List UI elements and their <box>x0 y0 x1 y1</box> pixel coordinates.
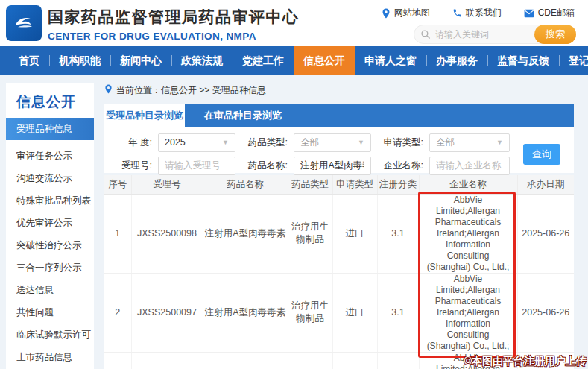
mail-icon <box>524 9 534 18</box>
tab-accepted-catalog[interactable]: 受理品种目录浏览 <box>104 104 185 127</box>
search-button[interactable]: 搜索 <box>534 25 576 44</box>
year-value: 2025 <box>165 137 186 148</box>
drug-type-value: 全部 <box>300 136 319 149</box>
site-subtitle: CENTER FOR DRUG EVALUATION, NMPA <box>48 31 300 42</box>
sidebar-item-three-in-one[interactable]: 三合一序列公示 <box>6 256 94 279</box>
search-bar: 搜索 <box>414 25 576 44</box>
cell-seq: 1 <box>104 194 131 273</box>
apply-type-value: 全部 <box>436 136 455 149</box>
nav-item-supervision[interactable]: 监督与反馈 <box>487 46 559 75</box>
year-select[interactable]: 2025 ▼ <box>158 133 235 152</box>
sidebar-item-marketed-drugs[interactable]: 上市药品信息 <box>6 346 94 368</box>
contact-label: 联系我们 <box>466 7 502 19</box>
swan-logo-icon <box>10 7 38 39</box>
breadcrumb-text: 当前位置：信息公开 >> 受理品种信息 <box>116 84 266 97</box>
tab-under-review-catalog[interactable]: 在审品种目录浏览 <box>185 104 301 127</box>
sidebar-item-breakthrough-therapy[interactable]: 突破性治疗公示 <box>6 234 94 256</box>
cell-acceptance-no: JXSS2500097 <box>131 273 203 352</box>
nav-item-functions[interactable]: 机构职能 <box>49 46 110 75</box>
sidebar-item-common-questions[interactable]: 共性问题 <box>6 301 94 324</box>
sidebar-item-priority-review[interactable]: 优先审评公示 <box>6 212 94 234</box>
col-acceptance-no: 受理号 <box>131 175 203 194</box>
search-icon <box>420 29 431 42</box>
results-table: 序号 受理号 药品名称 药品类型 申请类型 注册分类 企业名称 承办日期 1 J… <box>104 175 574 369</box>
nav-item-policy[interactable]: 政策法规 <box>171 46 233 75</box>
nav-item-party[interactable]: 党建工作 <box>233 46 294 75</box>
breadcrumb: 当前位置：信息公开 >> 受理品种信息 <box>104 83 574 97</box>
col-company: 企业名称 <box>419 175 517 194</box>
page: 国家药品监督管理局药品审评中心 CENTER FOR DRUG EVALUATI… <box>0 0 588 369</box>
phone-icon <box>452 8 462 18</box>
main-nav: 首页 机构职能 新闻中心 政策法规 党建工作 信息公开 申请人之窗 办事服务 监… <box>0 46 588 75</box>
main-content: 当前位置：信息公开 >> 受理品种信息 受理品种目录浏览 在审品种目录浏览 年 … <box>104 79 574 369</box>
col-date: 承办日期 <box>517 175 574 194</box>
header: 国家药品监督管理局药品审评中心 CENTER FOR DRUG EVALUATI… <box>0 0 588 46</box>
chevron-down-icon: ▼ <box>496 139 503 146</box>
apply-type-label: 申请类型: <box>371 136 429 149</box>
cell-reg-class: 3.1 <box>377 352 419 369</box>
header-links: 网站地图 联系我们 CDE邮箱 <box>382 7 575 19</box>
mail-link[interactable]: CDE邮箱 <box>524 7 575 19</box>
col-reg-class: 注册分类 <box>377 175 419 194</box>
sitemap-link[interactable]: 网站地图 <box>382 7 430 19</box>
drug-name-input[interactable] <box>294 157 371 175</box>
col-seq: 序号 <box>104 175 131 194</box>
breadcrumb-pin-icon <box>104 84 113 96</box>
contact-link[interactable]: 联系我们 <box>452 7 502 19</box>
sidebar-item-review-tasks[interactable]: 审评任务公示 <box>6 145 94 167</box>
table-header-row: 序号 受理号 药品名称 药品类型 申请类型 注册分类 企业名称 承办日期 <box>104 175 574 194</box>
cell-seq: 3 <box>104 352 131 369</box>
acceptance-no-label: 受理号: <box>110 160 158 172</box>
sidebar-item-special-approval[interactable]: 特殊审批品种列表 <box>6 189 94 212</box>
drug-name-label: 药品名称: <box>235 160 294 172</box>
company-name-input[interactable] <box>429 157 510 175</box>
cde-logo <box>6 5 42 41</box>
sidebar-item-communication[interactable]: 沟通交流公示 <box>6 167 94 189</box>
sidebar-item-delivery-info[interactable]: 送达信息 <box>6 279 94 301</box>
drug-type-label: 药品类型: <box>235 136 294 149</box>
cell-apply-type: 进口 <box>332 273 377 352</box>
site-title: 国家药品监督管理局药品审评中心 <box>48 7 300 28</box>
sidebar-item-accepted-varieties[interactable]: 受理品种信息 <box>6 118 94 140</box>
cell-drug-name: 注射用A型肉毒毒素 <box>203 273 288 352</box>
table-row: 1 JXSS2500098 注射用A型肉毒毒素 治疗用生物制品 进口 3.1 A… <box>104 194 574 273</box>
sitemap-label: 网站地图 <box>394 7 430 19</box>
nav-item-news[interactable]: 新闻中心 <box>110 46 171 75</box>
map-pin-icon <box>382 8 391 19</box>
cell-reg-class: 3.1 <box>377 194 419 273</box>
nav-item-registration-platform[interactable]: 登记备案平台 <box>559 46 588 75</box>
col-drug-type: 药品类型 <box>288 175 332 194</box>
apply-type-select[interactable]: 全部 ▼ <box>429 133 510 152</box>
results-table-wrap: 序号 受理号 药品名称 药品类型 申请类型 注册分类 企业名称 承办日期 1 J… <box>104 175 574 369</box>
tab-bar: 受理品种目录浏览 在审品种目录浏览 <box>104 104 574 127</box>
filter-panel: 年 度: 2025 ▼ 药品类型: 全部 ▼ 申请类型: 全部 ▼ 查询 受理号… <box>104 127 574 173</box>
watermark-text: ©本图由平台注册用户上传 <box>464 355 587 368</box>
drug-type-select[interactable]: 全部 ▼ <box>294 133 371 152</box>
year-label: 年 度: <box>110 136 158 149</box>
cell-date: 2025-06-26 <box>517 194 574 273</box>
nav-item-home[interactable]: 首页 <box>9 46 49 75</box>
cell-seq: 2 <box>104 273 131 352</box>
query-button[interactable]: 查询 <box>523 144 560 165</box>
chevron-down-icon: ▼ <box>222 139 229 146</box>
cell-reg-class: 3.1 <box>377 273 419 352</box>
nav-item-info-disclosure[interactable]: 信息公开 <box>294 46 355 75</box>
cell-company: AbbVie Limited;Allergan Pharmaceuticals … <box>419 273 517 352</box>
mail-label: CDE邮箱 <box>538 7 575 19</box>
cell-drug-type: 治疗用生物制品 <box>288 273 332 352</box>
sidebar-item-clinical-trial-license[interactable]: 临床试验默示许可 <box>6 324 94 346</box>
nav-item-applicant-window[interactable]: 申请人之窗 <box>355 46 426 75</box>
cell-apply-type: 进口 <box>332 194 377 273</box>
cell-drug-name: 注射用A型肉毒毒素 <box>203 352 288 369</box>
table-row: 2 JXSS2500097 注射用A型肉毒毒素 治疗用生物制品 进口 3.1 A… <box>104 273 574 352</box>
nav-item-services[interactable]: 办事服务 <box>426 46 487 75</box>
acceptance-no-input[interactable] <box>158 157 235 175</box>
col-apply-type: 申请类型 <box>332 175 377 194</box>
cell-acceptance-no: JXSS2500098 <box>131 194 203 273</box>
chevron-down-icon: ▼ <box>358 139 364 146</box>
cell-drug-type: 治疗用生物制品 <box>288 352 332 369</box>
cell-company: AbbVie Limited;Allergan Pharmaceuticals … <box>419 194 517 273</box>
sidebar-title: 信息公开 <box>6 83 94 118</box>
site-title-block: 国家药品监督管理局药品审评中心 CENTER FOR DRUG EVALUATI… <box>48 7 300 42</box>
sidebar: 信息公开 受理品种信息 审评任务公示 沟通交流公示 特殊审批品种列表 优先审评公… <box>6 83 94 369</box>
